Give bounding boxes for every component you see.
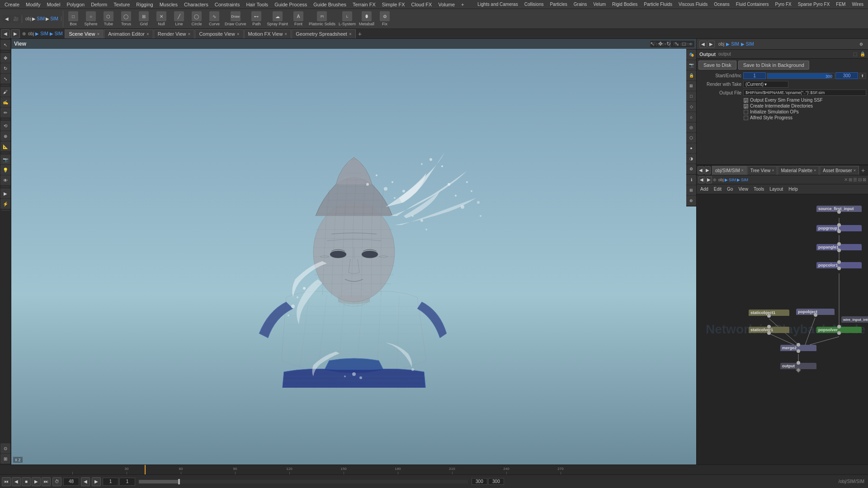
save-to-disk-bg-btn[interactable]: Save to Disk in Background xyxy=(738,61,809,70)
vp-snap-icon[interactable]: ⊛ xyxy=(686,196,696,206)
node-source-first-input[interactable]: source_first_input xyxy=(816,206,862,212)
shelf-curve[interactable]: ∿ Curve xyxy=(206,10,223,27)
tab-nav-prev[interactable]: ◀ xyxy=(1,29,10,38)
menu-rigid-bodies[interactable]: Rigid Bodies xyxy=(609,1,640,8)
breadcrumb-sim2[interactable]: SIM xyxy=(50,16,58,21)
menu-simple-fx[interactable]: Simple FX xyxy=(379,1,408,8)
node-tab-nav-forward[interactable]: ▶ xyxy=(704,166,711,174)
tool-light[interactable]: 💡 xyxy=(0,165,10,175)
node-toolbar-back[interactable]: ◀ xyxy=(698,176,705,183)
tool-camera[interactable]: 📷 xyxy=(0,155,10,164)
vp-shaded-icon[interactable]: ◑ xyxy=(686,154,696,164)
node-menu-add[interactable]: Add xyxy=(698,186,710,192)
tool-edit[interactable]: ✏ xyxy=(0,108,10,117)
tool-sculpt[interactable]: ✍ xyxy=(0,97,10,107)
step-prev-btn[interactable]: ◀ xyxy=(81,477,90,486)
output-nav-back[interactable]: ◀ xyxy=(699,41,707,48)
output-file-field[interactable]: $HIP/sim/$HIPNAME.'opname("..")'.$SF.sim xyxy=(743,89,866,96)
node-menu-tools[interactable]: Tools xyxy=(752,186,766,192)
menu-pyro-fx[interactable]: Pyro FX xyxy=(773,1,794,8)
node-menu-go[interactable]: Go xyxy=(725,186,735,192)
tool-view[interactable]: 👁 xyxy=(0,175,10,185)
tool-measure[interactable]: 📐 xyxy=(0,141,10,151)
menu-texture[interactable]: Texture xyxy=(111,1,132,8)
menu-create[interactable]: Create xyxy=(2,1,22,8)
menu-lights-cameras[interactable]: Lights and Cameras xyxy=(475,1,521,8)
menu-model[interactable]: Model xyxy=(44,1,63,8)
node-list-icon[interactable]: ☰ xyxy=(853,177,857,182)
viewport-rotate-icon[interactable]: ↻ xyxy=(666,41,671,47)
tab-motion-fx-close[interactable]: × xyxy=(284,32,287,37)
timeline-ruler[interactable]: 306090120150180210240270 xyxy=(72,465,845,474)
checkbox-output-ssf[interactable]: ✓ xyxy=(744,98,748,103)
menu-particles[interactable]: Particles xyxy=(547,1,570,8)
tab-composite-view[interactable]: Composite View × xyxy=(195,29,243,38)
play-btn[interactable]: ▶ xyxy=(32,477,41,486)
node-tab-close-1[interactable]: × xyxy=(772,168,774,173)
tool-grid-snap[interactable]: ⊞ xyxy=(0,454,10,464)
menu-terrain-fx[interactable]: Terrain FX xyxy=(350,1,378,8)
output-lock-icon[interactable]: 🔒 xyxy=(860,52,865,56)
node-canvas[interactable]: Network in Playback Mode xyxy=(697,194,868,465)
tab-render-view[interactable]: Render View × xyxy=(154,29,195,38)
shelf-camera-btn[interactable]: 🎥 xyxy=(12,15,20,23)
tab-scene-view-close[interactable]: × xyxy=(97,32,99,37)
menu-muscles[interactable]: Muscles xyxy=(157,1,180,8)
node-menu-view[interactable]: View xyxy=(736,186,750,192)
node-tab-close-3[interactable]: × xyxy=(854,168,856,173)
vp-render-icon[interactable]: 📷 xyxy=(686,60,696,70)
play-back-btn[interactable]: ◀ xyxy=(12,477,21,486)
tool-loop[interactable]: ⟲ xyxy=(0,121,10,131)
vp-persp-icon[interactable]: ◇ xyxy=(686,102,696,112)
viewport-select-icon[interactable]: ↖ xyxy=(650,41,655,47)
tab-geometry-spreadsheet-close[interactable]: × xyxy=(349,32,352,37)
viewport-move-icon[interactable]: ✥ xyxy=(658,41,663,47)
vp-solid-icon[interactable]: ● xyxy=(686,143,696,153)
checkbox-create-dirs[interactable]: ✓ xyxy=(744,104,748,108)
output-expand-icon[interactable]: ⬚ xyxy=(853,52,857,56)
shelf-box[interactable]: □ Box xyxy=(65,10,82,27)
menu-guide-brushes[interactable]: Guide Brushes xyxy=(311,1,349,8)
tool-select[interactable]: ↖ xyxy=(0,40,10,50)
tab-animation-editor[interactable]: Animation Editor × xyxy=(104,29,153,38)
range-start-field1[interactable] xyxy=(103,478,118,486)
node-menu-layout[interactable]: Layout xyxy=(768,186,785,192)
shelf-grid[interactable]: ⊞ Grid xyxy=(135,10,152,27)
tool-magnet[interactable]: ⊕ xyxy=(0,131,10,141)
shelf-line[interactable]: ╱ Line xyxy=(170,10,188,27)
node-tab-icon[interactable]: ⊠ xyxy=(863,177,866,182)
tool-handle[interactable]: ⊙ xyxy=(0,443,10,453)
output-settings-icon[interactable]: ⚙ xyxy=(857,40,865,48)
shelf-circle[interactable]: ◯ Circle xyxy=(188,10,205,27)
node-popgroup1[interactable]: popgroup1 xyxy=(816,225,862,231)
vp-display-icon[interactable]: 🎭 xyxy=(686,50,696,60)
vp-info-icon[interactable]: ℹ xyxy=(686,175,696,185)
menu-sparse-pyro[interactable]: Sparse Pyro FX xyxy=(795,1,833,8)
end-val-1[interactable]: 300 xyxy=(472,478,487,485)
shelf-null[interactable]: ✕ Null xyxy=(153,10,170,27)
shelf-metaball[interactable]: ⬮ Metaball xyxy=(358,10,376,27)
menu-fluid-containers[interactable]: Fluid Containers xyxy=(733,1,772,8)
output-nav-forward[interactable]: ▶ xyxy=(708,41,715,48)
node-tab-close-0[interactable]: × xyxy=(741,168,743,173)
node-staticolver1[interactable]: staticolver1 xyxy=(749,327,789,333)
node-output[interactable]: output xyxy=(780,363,816,369)
node-popangle1[interactable]: popangle1 xyxy=(816,244,862,250)
menu-characters[interactable]: Characters xyxy=(181,1,211,8)
node-menu-help[interactable]: Help xyxy=(787,186,800,192)
shelf-sphere[interactable]: ○ Sphere xyxy=(82,10,99,27)
menu-volume[interactable]: Volume xyxy=(435,1,458,8)
node-tab-close-2[interactable]: × xyxy=(814,168,816,173)
shelf-tube[interactable]: ⬡ Tube xyxy=(100,10,117,27)
menu-constraints[interactable]: Constraints xyxy=(212,1,243,8)
node-popcolor1[interactable]: popcolor1 xyxy=(816,262,862,268)
node-net-icon[interactable]: ⊟ xyxy=(858,177,862,182)
breadcrumb-obj[interactable]: obj xyxy=(25,16,31,21)
viewport-box-icon[interactable]: □ xyxy=(683,41,686,47)
tab-nav-next[interactable]: ▶ xyxy=(11,29,20,38)
menu-polygon[interactable]: Polygon xyxy=(64,1,87,8)
menu-plus[interactable]: + xyxy=(458,1,467,8)
step-next-btn[interactable]: ▶ xyxy=(92,477,101,486)
menu-collisions[interactable]: Collisions xyxy=(522,1,547,8)
vp-grid2-icon[interactable]: ⊞ xyxy=(686,185,696,195)
